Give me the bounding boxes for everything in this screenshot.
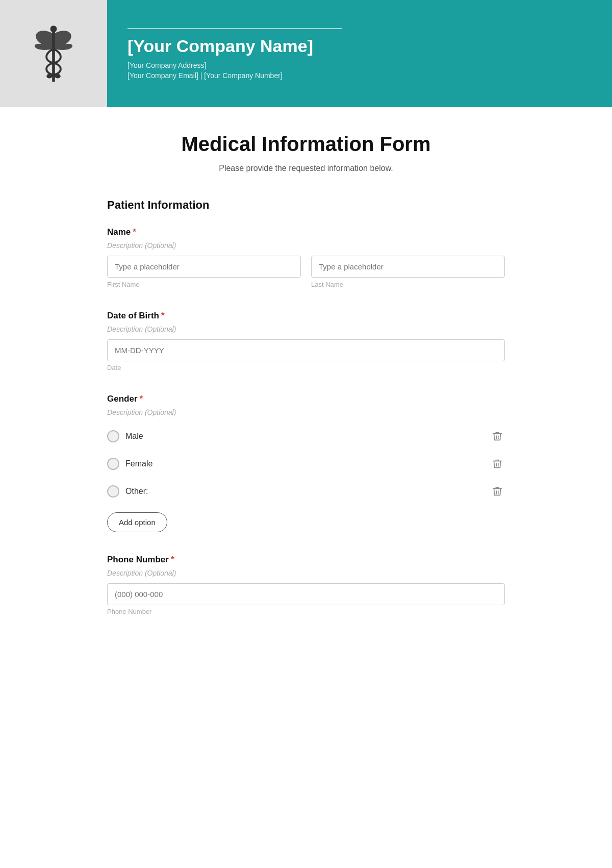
last-name-sublabel: Last Name — [311, 281, 505, 288]
phone-description: Description (Optional) — [107, 569, 505, 577]
header-info: [Your Company Name] [Your Company Addres… — [107, 13, 362, 95]
gender-label: Gender* — [107, 394, 505, 404]
phone-label: Phone Number* — [107, 555, 505, 565]
svg-point-1 — [50, 26, 57, 32]
gender-option-female: Female — [107, 450, 505, 478]
radio-other-label: Other: — [125, 487, 148, 496]
field-phone: Phone Number* Description (Optional) Pho… — [107, 555, 505, 615]
form-title: Medical Information Form — [107, 133, 505, 156]
radio-male[interactable] — [107, 430, 119, 442]
field-dob: Date of Birth* Description (Optional) Da… — [107, 311, 505, 371]
dob-input[interactable] — [107, 339, 505, 361]
radio-female-label: Female — [125, 459, 152, 468]
gender-option-male: Male — [107, 423, 505, 450]
section-patient-info: Patient Information — [107, 199, 505, 212]
radio-female[interactable] — [107, 458, 119, 470]
gender-options: Male Femal — [107, 423, 505, 505]
first-name-sublabel: First Name — [107, 281, 301, 288]
name-description: Description (Optional) — [107, 241, 505, 250]
main-content: Medical Information Form Please provide … — [87, 107, 525, 679]
field-gender: Gender* Description (Optional) Male — [107, 394, 505, 532]
required-star-gender: * — [140, 394, 143, 404]
company-contact: [Your Company Email] | [Your Company Num… — [128, 71, 342, 80]
phone-input[interactable] — [107, 583, 505, 605]
caduceus-icon — [26, 20, 82, 87]
company-name: [Your Company Name] — [128, 36, 342, 56]
dob-sublabel: Date — [107, 364, 505, 371]
page-header: [Your Company Name] [Your Company Addres… — [0, 0, 612, 107]
required-star-phone: * — [171, 555, 174, 564]
required-star: * — [133, 227, 136, 237]
name-input-row — [107, 256, 505, 278]
gender-description: Description (Optional) — [107, 408, 505, 416]
form-subtitle: Please provide the requested information… — [107, 164, 505, 173]
logo-box — [0, 0, 107, 107]
delete-male-icon[interactable] — [490, 429, 505, 444]
company-address: [Your Company Address] — [128, 61, 342, 69]
first-name-input[interactable] — [107, 256, 301, 278]
add-option-button[interactable]: Add option — [107, 512, 167, 532]
dob-label: Date of Birth* — [107, 311, 505, 321]
last-name-input[interactable] — [311, 256, 505, 278]
header-divider — [128, 28, 342, 29]
delete-female-icon[interactable] — [490, 456, 505, 472]
delete-other-icon[interactable] — [490, 484, 505, 499]
radio-other[interactable] — [107, 485, 119, 498]
gender-option-other: Other: — [107, 478, 505, 505]
name-label: Name* — [107, 227, 505, 237]
radio-male-label: Male — [125, 432, 143, 441]
dob-description: Description (Optional) — [107, 325, 505, 333]
phone-sublabel: Phone Number — [107, 608, 505, 615]
field-name: Name* Description (Optional) First Name … — [107, 227, 505, 288]
required-star-dob: * — [161, 311, 165, 320]
name-sublabels: First Name Last Name — [107, 281, 505, 288]
